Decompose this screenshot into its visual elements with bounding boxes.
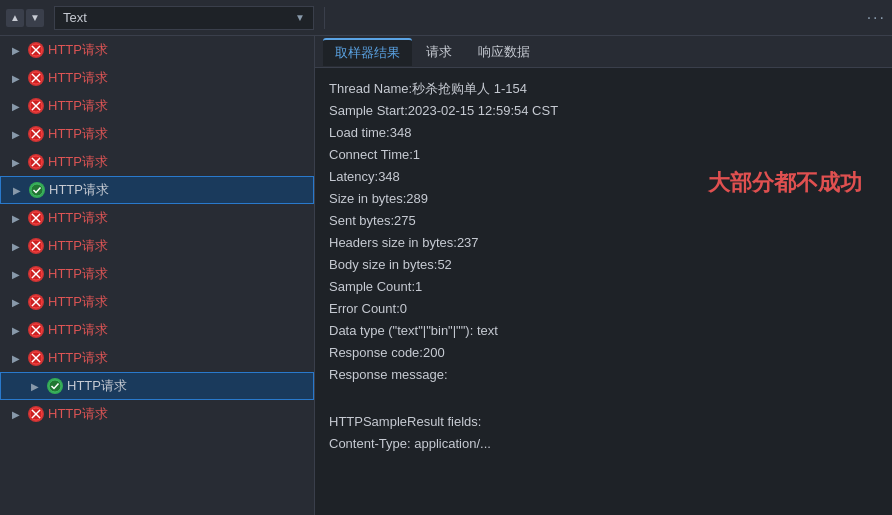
tree-item[interactable]: ▶HTTP请求 <box>0 92 314 120</box>
annotation-text: 大部分都不成功 <box>708 168 862 198</box>
arrow-down-button[interactable]: ▼ <box>26 9 44 27</box>
tree-item-label: HTTP请求 <box>48 265 108 283</box>
tree-item-label: HTTP请求 <box>48 293 108 311</box>
chevron-down-icon: ▼ <box>295 12 305 23</box>
response-code-line: Response code:200 <box>329 342 878 364</box>
error-icon <box>28 238 44 254</box>
success-icon <box>29 182 45 198</box>
sample-count-line: Sample Count:1 <box>329 276 878 298</box>
error-icon <box>28 350 44 366</box>
svg-point-34 <box>49 380 61 392</box>
expand-icon[interactable]: ▶ <box>12 101 24 112</box>
tree-item-label: HTTP请求 <box>49 181 109 199</box>
load-time-line: Load time:348 <box>329 122 878 144</box>
sample-start-line: Sample Start:2023-02-15 12:59:54 CST <box>329 100 878 122</box>
expand-icon[interactable]: ▶ <box>12 45 24 56</box>
tab-response-data[interactable]: 响应数据 <box>466 39 542 65</box>
tree-item[interactable]: ▶HTTP请求 <box>0 344 314 372</box>
expand-icon[interactable]: ▶ <box>12 241 24 252</box>
connect-time-line: Connect Time:1 <box>329 144 878 166</box>
data-type-line: Data type ("text"|"bin"|""): text <box>329 320 878 342</box>
main-layout: ▶HTTP请求▶HTTP请求▶HTTP请求▶HTTP请求▶HTTP请求▶HTTP… <box>0 36 892 515</box>
tab-request[interactable]: 请求 <box>414 39 464 65</box>
headers-size-line: Headers size in bytes:237 <box>329 232 878 254</box>
error-count-line: Error Count:0 <box>329 298 878 320</box>
expand-icon[interactable]: ▶ <box>12 353 24 364</box>
error-icon <box>28 42 44 58</box>
error-icon <box>28 98 44 114</box>
tree-item-label: HTTP请求 <box>48 209 108 227</box>
expand-icon[interactable]: ▶ <box>12 325 24 336</box>
expand-icon[interactable]: ▶ <box>31 381 43 392</box>
sent-bytes-line: Sent bytes:275 <box>329 210 878 232</box>
error-icon <box>28 126 44 142</box>
tree-item[interactable]: ▶HTTP请求 <box>0 36 314 64</box>
error-icon <box>28 70 44 86</box>
http-sample-section: HTTPSampleResult fields: <box>329 414 878 429</box>
tree-panel: ▶HTTP请求▶HTTP请求▶HTTP请求▶HTTP请求▶HTTP请求▶HTTP… <box>0 36 315 515</box>
tab-sampler-result[interactable]: 取样器结果 <box>323 38 412 66</box>
tree-item[interactable]: ▶HTTP请求 <box>0 176 314 204</box>
error-icon <box>28 294 44 310</box>
success-icon <box>47 378 63 394</box>
expand-icon[interactable]: ▶ <box>12 297 24 308</box>
tree-item-label: HTTP请求 <box>48 41 108 59</box>
arrow-up-button[interactable]: ▲ <box>6 9 24 27</box>
error-icon <box>28 406 44 422</box>
tree-item-label: HTTP请求 <box>67 377 127 395</box>
body-size-line: Body size in bytes:52 <box>329 254 878 276</box>
top-bar: ▲ ▼ Text ▼ ··· <box>0 0 892 36</box>
tabs-bar: 取样器结果 请求 响应数据 <box>315 36 892 68</box>
tree-item-label: HTTP请求 <box>48 69 108 87</box>
response-message-line: Response message: <box>329 364 878 386</box>
text-dropdown[interactable]: Text ▼ <box>54 6 314 30</box>
tree-item-label: HTTP请求 <box>48 349 108 367</box>
expand-icon[interactable]: ▶ <box>12 73 24 84</box>
tree-item[interactable]: ▶HTTP请求 <box>0 288 314 316</box>
expand-icon[interactable]: ▶ <box>12 409 24 420</box>
expand-icon[interactable]: ▶ <box>13 185 25 196</box>
error-icon <box>28 266 44 282</box>
tree-item[interactable]: ▶HTTP请求 <box>0 64 314 92</box>
tree-item[interactable]: ▶HTTP请求 <box>0 400 314 428</box>
svg-point-15 <box>31 184 43 196</box>
tree-item[interactable]: ▶HTTP请求 <box>0 204 314 232</box>
tree-item[interactable]: ▶HTTP请求 <box>0 372 314 400</box>
sampler-content: Thread Name:秒杀抢购单人 1-154 Sample Start:20… <box>315 68 892 515</box>
error-icon <box>28 154 44 170</box>
tree-item-label: HTTP请求 <box>48 125 108 143</box>
tree-item-label: HTTP请求 <box>48 405 108 423</box>
tree-item[interactable]: ▶HTTP请求 <box>0 148 314 176</box>
tree-item-label: HTTP请求 <box>48 321 108 339</box>
navigation-arrows: ▲ ▼ <box>6 9 44 27</box>
expand-icon[interactable]: ▶ <box>12 213 24 224</box>
tree-item[interactable]: ▶HTTP请求 <box>0 260 314 288</box>
expand-icon[interactable]: ▶ <box>12 157 24 168</box>
more-options-button[interactable]: ··· <box>867 9 886 27</box>
tree-item[interactable]: ▶HTTP请求 <box>0 232 314 260</box>
tree-item-label: HTTP请求 <box>48 97 108 115</box>
tree-item-label: HTTP请求 <box>48 237 108 255</box>
content-type-line: Content-Type: application/... <box>329 433 878 455</box>
error-icon <box>28 210 44 226</box>
thread-name-line: Thread Name:秒杀抢购单人 1-154 <box>329 78 878 100</box>
expand-icon[interactable]: ▶ <box>12 269 24 280</box>
dropdown-label: Text <box>63 10 87 25</box>
tree-item[interactable]: ▶HTTP请求 <box>0 120 314 148</box>
tree-item[interactable]: ▶HTTP请求 <box>0 316 314 344</box>
vertical-divider <box>324 7 325 29</box>
expand-icon[interactable]: ▶ <box>12 129 24 140</box>
right-panel: 取样器结果 请求 响应数据 Thread Name:秒杀抢购单人 1-154 S… <box>315 36 892 515</box>
tree-item-label: HTTP请求 <box>48 153 108 171</box>
error-icon <box>28 322 44 338</box>
